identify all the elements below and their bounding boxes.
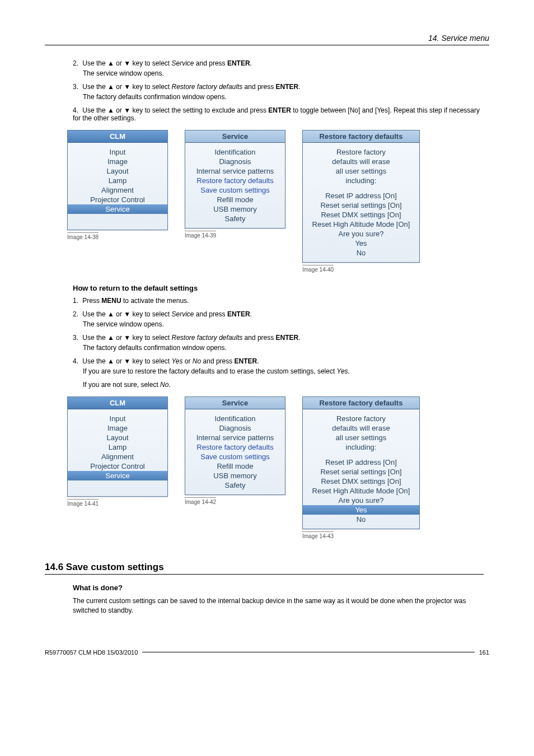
footer-rule xyxy=(142,652,474,652)
menu-title: Restore factory defaults xyxy=(303,130,419,143)
menu-line: including: xyxy=(305,176,417,185)
menu-item: Layout xyxy=(70,433,165,442)
header-rule xyxy=(45,45,489,45)
menu-line: No xyxy=(305,515,417,524)
image-caption: Image 14-39 xyxy=(185,231,216,239)
image-caption: Image 14-42 xyxy=(185,497,216,505)
menu-item: Save custom settings xyxy=(188,452,283,461)
menu-line: No xyxy=(305,248,417,258)
content-region: 2. Use the ▲ or ▼ key to select Service … xyxy=(45,59,489,615)
shot-service-a: Service Identification Diagnosis Interna… xyxy=(185,130,285,239)
what-heading: What is done? xyxy=(73,584,484,592)
menu-title: CLM xyxy=(68,397,167,409)
breadcrumb: 14. Service menu xyxy=(45,34,489,45)
step-text: Use the ▲ or ▼ key to select Service and… xyxy=(82,59,252,67)
menu-line: including: xyxy=(305,442,417,452)
menu-item: Internal service patterns xyxy=(188,166,283,176)
menu-title: CLM xyxy=(68,130,167,143)
menu-clm: CLM Input Image Layout Lamp Alignment Pr… xyxy=(67,396,168,497)
screenshots-a: CLM Input Image Layout Lamp Alignment Pr… xyxy=(67,130,484,273)
menu-item: Save custom settings xyxy=(188,185,283,195)
menu-line: all user settings xyxy=(305,166,417,176)
menu-item: Projector Control xyxy=(70,461,165,471)
shot-clm-a: CLM Input Image Layout Lamp Alignment Pr… xyxy=(67,130,168,240)
step-text: Press MENU to activate the menus. xyxy=(82,297,189,305)
menu-line: Reset serial settings [On] xyxy=(305,467,417,477)
menu-item: Layout xyxy=(70,166,165,176)
menu-service: Service Identification Diagnosis Interna… xyxy=(185,396,285,495)
menu-item: Restore factory defaults xyxy=(188,176,283,185)
step-number: 2. xyxy=(73,59,81,67)
footer-left: R59770057 CLM HD8 15/03/2010 xyxy=(45,649,138,656)
menu-item: Identification xyxy=(188,414,283,423)
shot-restore-a: Restore factory defaults Restore factory… xyxy=(302,130,420,273)
menu-item: Input xyxy=(70,147,165,157)
menu-title: Service xyxy=(185,130,285,143)
step-sub: If you are not sure, select No. xyxy=(83,381,484,389)
menu-clm: CLM Input Image Layout Lamp Alignment Pr… xyxy=(67,130,168,230)
menu-restore: Restore factory defaults Restore factory… xyxy=(302,396,420,529)
steps-list-b: 1. Press MENU to activate the menus. 2. … xyxy=(73,297,484,389)
step-text: Use the ▲ or ▼ key to select Service and… xyxy=(82,310,252,318)
menu-line: Are you sure? xyxy=(305,229,417,239)
step-sub: The service window opens. xyxy=(83,320,484,328)
step-b1: 1. Press MENU to activate the menus. xyxy=(73,297,484,305)
shot-restore-b: Restore factory defaults Restore factory… xyxy=(302,396,420,539)
step-number: 1. xyxy=(73,297,81,305)
subheading-return: How to return to the default settings xyxy=(73,284,484,292)
menu-line: defaults will erase xyxy=(305,157,417,166)
menu-line: Reset IP address [On] xyxy=(305,191,417,200)
step-sub: If you are sure to restore the factory d… xyxy=(83,367,484,375)
menu-item: USB memory xyxy=(188,204,283,214)
menu-line: Restore factory xyxy=(305,147,417,157)
image-caption: Image 14-43 xyxy=(302,531,334,539)
menu-title: Service xyxy=(185,397,285,409)
step-a4: 4. Use the ▲ or ▼ key to select the sett… xyxy=(73,106,484,122)
menu-item: Diagnosis xyxy=(188,423,283,433)
shot-clm-b: CLM Input Image Layout Lamp Alignment Pr… xyxy=(67,396,168,507)
menu-item: Safety xyxy=(188,214,283,223)
step-b3: 3. Use the ▲ or ▼ key to select Restore … xyxy=(73,334,484,352)
steps-list-a: 2. Use the ▲ or ▼ key to select Service … xyxy=(73,59,484,122)
step-b4: 4. Use the ▲ or ▼ key to select Yes or N… xyxy=(73,357,484,389)
step-sub: The factory defaults confirmation window… xyxy=(83,93,484,101)
menu-item-selected: Service xyxy=(68,471,167,480)
step-number: 2. xyxy=(73,310,81,318)
menu-item: Projector Control xyxy=(70,195,165,204)
menu-item: USB memory xyxy=(188,471,283,480)
menu-line: Reset High Altitude Mode [On] xyxy=(305,220,417,229)
menu-line: Yes xyxy=(305,239,417,248)
step-text: Use the ▲ or ▼ key to select Restore fac… xyxy=(82,334,300,342)
step-b2: 2. Use the ▲ or ▼ key to select Service … xyxy=(73,310,484,328)
menu-line: Reset High Altitude Mode [On] xyxy=(305,486,417,496)
menu-item: Restore factory defaults xyxy=(188,442,283,452)
step-sub: The service window opens. xyxy=(83,69,484,77)
step-text: Use the ▲ or ▼ key to select Restore fac… xyxy=(82,83,300,91)
menu-line: Reset IP address [On] xyxy=(305,458,417,467)
menu-title: Restore factory defaults xyxy=(303,397,419,409)
menu-item: Refill mode xyxy=(188,461,283,471)
menu-line: Reset serial settings [On] xyxy=(305,200,417,210)
menu-item: Internal service patterns xyxy=(188,433,283,442)
menu-item-selected: Service xyxy=(68,204,167,214)
page-footer: R59770057 CLM HD8 15/03/2010 161 xyxy=(45,649,489,656)
menu-item: Identification xyxy=(188,147,283,157)
menu-item: Input xyxy=(70,414,165,423)
menu-item: Image xyxy=(70,423,165,433)
step-number: 3. xyxy=(73,334,81,342)
step-number: 4. xyxy=(73,357,81,365)
menu-line: Restore factory xyxy=(305,414,417,423)
menu-restore: Restore factory defaults Restore factory… xyxy=(302,130,420,263)
menu-item: Alignment xyxy=(70,185,165,195)
step-a2: 2. Use the ▲ or ▼ key to select Service … xyxy=(73,59,484,77)
menu-item: Lamp xyxy=(70,442,165,452)
menu-line: Reset DMX settings [On] xyxy=(305,210,417,220)
step-number: 3. xyxy=(73,83,81,91)
menu-line: Reset DMX settings [On] xyxy=(305,477,417,486)
step-text: Use the ▲ or ▼ key to select Yes or No a… xyxy=(82,357,259,365)
menu-line: defaults will erase xyxy=(305,423,417,433)
step-text: Use the ▲ or ▼ key to select the setting… xyxy=(73,106,480,122)
menu-item: Image xyxy=(70,157,165,166)
menu-line: Are you sure? xyxy=(305,496,417,505)
shot-service-b: Service Identification Diagnosis Interna… xyxy=(185,396,285,505)
